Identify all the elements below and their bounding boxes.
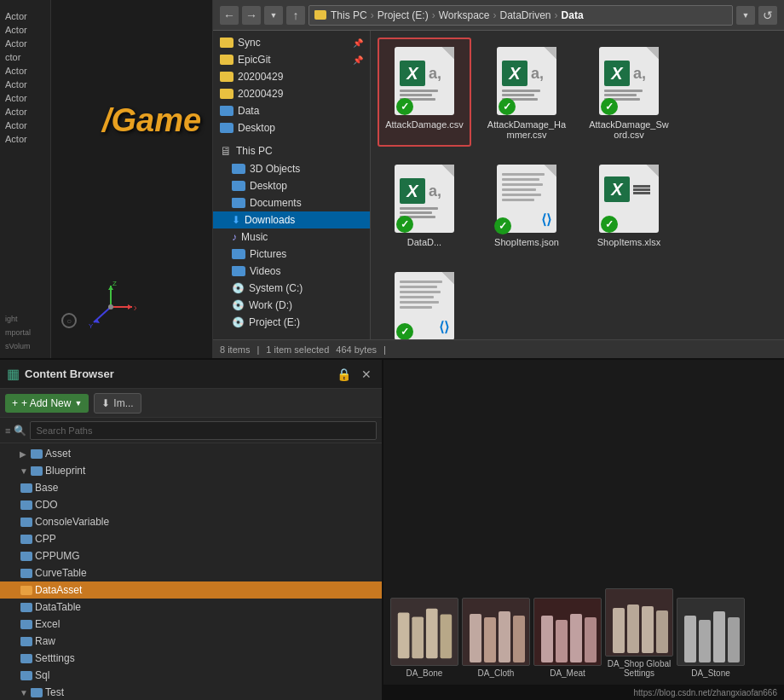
close-button[interactable]: ✕ [358, 366, 375, 383]
file-item-attackdamage-sword[interactable]: X a, ✓ [582, 38, 676, 147]
add-icon: + [12, 397, 18, 409]
breadcrumb-workspace[interactable]: Workspace [439, 9, 490, 21]
file-icon-xlsx: X [595, 162, 663, 234]
meat-svg [534, 599, 602, 666]
tree-item-20200429-1[interactable]: 20200429 [213, 68, 370, 85]
add-new-label: + Add New [21, 397, 71, 409]
asset-card-da-meat[interactable]: DA_Meat [533, 598, 602, 678]
tree-item-pictures[interactable]: Pictures [213, 246, 370, 263]
asset-thumb-da-meat [533, 598, 602, 666]
tree-item-documents[interactable]: Documents [213, 194, 370, 211]
search-paths-input[interactable] [30, 421, 377, 440]
file-item-shopitems-json[interactable]: ⟨⟩ ✓ ShopItems.json [480, 155, 574, 254]
folder-icon [20, 483, 32, 493]
tree-item-workd[interactable]: 💿 Work (D:) [213, 297, 370, 314]
url-bar: https://blog.csdn.net/zhangxiaofan666 [383, 685, 784, 700]
asset-grid[interactable]: DA_Bone DA_Cloth [383, 360, 784, 685]
breadcrumb-this-pc[interactable]: This PC [331, 9, 367, 21]
refresh-button[interactable]: ↺ [758, 6, 777, 25]
up-button[interactable]: ↑ [286, 6, 305, 25]
ct-label-sql: Sql [35, 669, 49, 681]
tree-item-data[interactable]: Data [213, 102, 370, 119]
file-item-stringdata-txt[interactable]: ⟨⟩ ✓ StringData.txt [378, 263, 471, 339]
folder-icon [220, 55, 233, 65]
file-grid[interactable]: X a, ✓ [371, 31, 784, 339]
tree-item-epicgit[interactable]: EpicGit 📌 [213, 51, 370, 68]
folder-icon [20, 603, 32, 612]
ct-item-sql[interactable]: Sql [0, 667, 382, 684]
asset-card-da-cloth[interactable]: DA_Cloth [462, 598, 530, 678]
tree-item-thispc[interactable]: 🖥 This PC [213, 142, 370, 160]
forward-button[interactable]: → [242, 6, 261, 25]
tree-label-epicgit: EpicGit [238, 54, 271, 66]
tree-item-videos[interactable]: Videos [213, 263, 370, 280]
ct-item-test[interactable]: ▼ Test [0, 684, 382, 700]
svg-rect-20 [570, 614, 582, 662]
file-item-attackdamage-csv[interactable]: X a, ✓ [378, 38, 471, 147]
asset-card-da-bone[interactable]: DA_Bone [390, 598, 458, 678]
separator: | [257, 344, 259, 355]
folder-icon [220, 89, 233, 99]
check-badge: ✓ [396, 216, 413, 233]
actor-item: Actor [0, 9, 50, 23]
ct-item-base[interactable]: Base [0, 479, 382, 496]
content-tree[interactable]: ▶ Asset ▼ Blueprint Base CDO [0, 443, 382, 700]
lock-button[interactable]: 🔒 [333, 366, 355, 383]
ct-item-consolevariable[interactable]: ConsoleVariable [0, 513, 382, 530]
add-new-button[interactable]: + + Add New ▼ [5, 394, 89, 413]
ct-item-raw[interactable]: Raw [0, 633, 382, 650]
actor-item: Actor [0, 132, 50, 146]
ct-item-asset[interactable]: ▶ Asset [0, 445, 382, 462]
tree-item-music[interactable]: ♪ Music [213, 229, 370, 246]
tree-item-systemc[interactable]: 💿 System (C:) [213, 280, 370, 297]
cb-header-left: ▦ Content Browser [7, 366, 114, 382]
breadcrumb-data[interactable]: Data [562, 9, 584, 21]
ct-item-dataasset[interactable]: DataAsset [0, 581, 382, 599]
ct-label-cppumg: CPPUMG [35, 550, 80, 562]
dropdown-button[interactable]: ▼ [264, 6, 283, 25]
file-item-shopitems-xlsx[interactable]: X [582, 155, 676, 254]
breadcrumb-datadriven[interactable]: DataDriven [500, 9, 551, 21]
ct-label-datatable: DataTable [35, 601, 81, 613]
file-item-datad[interactable]: X a, ✓ [378, 155, 471, 254]
ct-item-excel[interactable]: Excel [0, 616, 382, 633]
ct-label-curvetable: CurveTable [35, 567, 87, 579]
file-item-attackdamage-hammer[interactable]: X a, ✓ [480, 38, 574, 147]
import-label: Im... [113, 397, 133, 409]
explorer-tree[interactable]: Sync 📌 EpicGit 📌 20200429 20200429 [213, 31, 371, 339]
import-icon: ⬇ [101, 397, 110, 409]
expand-path-button[interactable]: ▼ [736, 6, 755, 25]
asset-thumb-da-stone [677, 598, 745, 666]
ct-item-setttings[interactable]: Setttings [0, 650, 382, 667]
svg-rect-21 [585, 617, 597, 662]
ct-item-cpp[interactable]: CPP [0, 530, 382, 547]
ct-item-datatable[interactable]: DataTable [0, 599, 382, 616]
ct-item-curvetable[interactable]: CurveTable [0, 564, 382, 581]
asset-card-da-shop[interactable]: DA_Shop Global Settings [605, 588, 673, 678]
tree-item-3dobjects[interactable]: 3D Objects [213, 160, 370, 177]
ct-item-cdo[interactable]: CDO [0, 496, 382, 513]
ct-item-cppumg[interactable]: CPPUMG [0, 547, 382, 564]
tree-item-desktop[interactable]: Desktop [213, 177, 370, 194]
svg-rect-28 [713, 611, 725, 662]
tree-item-20200429-2[interactable]: 20200429 [213, 85, 370, 102]
tree-item-projecte[interactable]: 💿 Project (E:) [213, 314, 370, 331]
file-label: AttackDamage_Hammer.csv [487, 119, 567, 140]
tree-item-desktop-top[interactable]: Desktop [213, 119, 370, 136]
ct-item-blueprint[interactable]: ▼ Blueprint [0, 462, 382, 479]
import-button[interactable]: ⬇ Im... [94, 393, 141, 414]
folder-icon [232, 198, 245, 208]
actor-item: Actor [0, 91, 50, 105]
back-button[interactable]: ← [220, 6, 239, 25]
asset-label-da-meat: DA_Meat [550, 668, 585, 678]
asset-card-da-stone[interactable]: DA_Stone [677, 598, 745, 678]
url-text: https://blog.csdn.net/zhangxiaofan666 [634, 688, 777, 697]
ct-label-asset: Asset [45, 448, 71, 460]
actor-item: Actor [0, 78, 50, 91]
breadcrumb-project[interactable]: Project (E:) [378, 9, 429, 21]
excel-x-icon: X [400, 61, 425, 86]
ct-label-cdo: CDO [35, 499, 58, 511]
tree-item-downloads[interactable]: ⬇ Downloads [213, 211, 370, 229]
tree-item-sync[interactable]: Sync 📌 [213, 34, 370, 51]
tree-label-desktop: Desktop [250, 180, 287, 192]
